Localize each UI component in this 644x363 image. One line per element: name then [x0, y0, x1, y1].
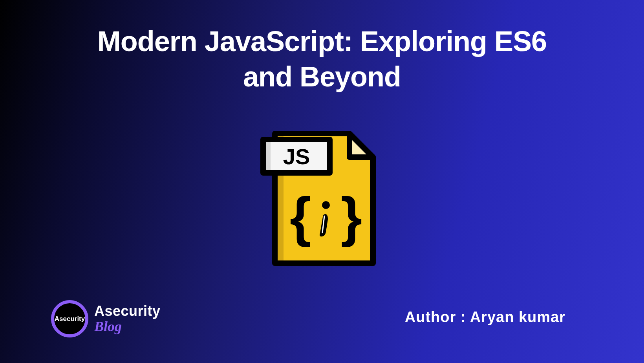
svg-text:}: } — [341, 186, 362, 248]
page-title: Modern JavaScript: Exploring ES6 and Bey… — [86, 0, 558, 94]
js-file-icon: JS { } — [255, 114, 389, 271]
js-icon-container: JS { } — [0, 114, 644, 271]
logo-brand-name: Asecurity — [94, 304, 161, 318]
svg-rect-2 — [266, 142, 271, 170]
svg-text:{: { — [290, 186, 311, 248]
blog-logo: Asecurity Asecurity Blog — [51, 300, 161, 337]
logo-subtitle: Blog — [94, 319, 161, 334]
svg-point-6 — [322, 201, 330, 209]
author-label: Author : Aryan kumar — [405, 309, 565, 326]
logo-circle-text: Asecurity — [55, 315, 85, 323]
logo-circle: Asecurity — [51, 300, 88, 337]
svg-text:JS: JS — [283, 144, 310, 169]
logo-text-group: Asecurity Blog — [94, 304, 161, 334]
